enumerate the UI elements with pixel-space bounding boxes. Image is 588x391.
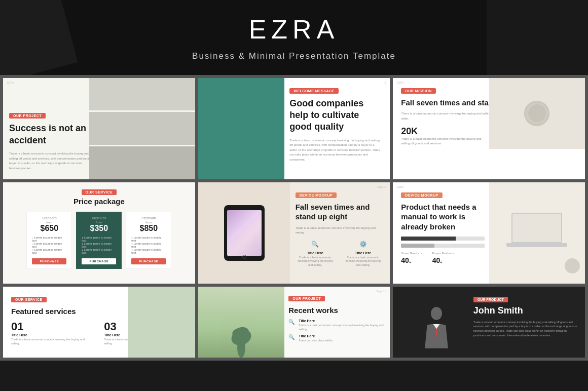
- slide-2-title: Good companies help to cultivate good qu…: [289, 98, 383, 133]
- slide-6-tag: DEVICE MOCKUP: [401, 192, 443, 198]
- price-card-premium-btn[interactable]: PURCHASE: [131, 258, 166, 264]
- slide-1-title: Success is not an accident: [9, 123, 90, 146]
- feature-2-title: Title Here: [343, 251, 383, 255]
- slide-9: OUR PRODUCT John Smith Trade is a basic …: [393, 287, 585, 358]
- slide-2-body: Trade is a basic economic concept involv…: [289, 138, 383, 163]
- price-feature: Lorem ipsum is simply text: [82, 236, 116, 242]
- slide-1-img-bot: [89, 146, 195, 179]
- slide-8: EZRA Page 11 OUR PROJECT Recent works 🔍 …: [198, 287, 390, 358]
- service-1-desc: Trade is a basic economic concept involv…: [11, 338, 94, 345]
- slide-4: OUR SERVICE Price package Standard from …: [3, 182, 195, 284]
- price-feature: Lorem ipsum is simply text: [32, 236, 66, 242]
- slide-9-tag: OUR PRODUCT: [473, 297, 508, 302]
- price-card-standard-btn[interactable]: PURCHASE: [32, 258, 66, 264]
- slide-6-content: DEVICE MOCKUP Product that needs a manua…: [393, 182, 493, 272]
- slide-6-stat-2-label: Export Products: [432, 252, 454, 255]
- slide-5-content: DEVICE MOCKUP Fall seven times and stand…: [288, 182, 390, 275]
- slide-1-img-mid: [89, 112, 195, 145]
- svg-point-4: [431, 307, 442, 320]
- price-card-featured-btn[interactable]: PURCHASE: [82, 258, 116, 264]
- search-icon-1: 🔍: [288, 319, 296, 326]
- service-1: 01 Title Here Trade is a basic economic …: [11, 320, 94, 345]
- laptop-base: [506, 243, 567, 247]
- slide-3-image: [489, 78, 585, 149]
- work-1-desc: Trade is a basic economic concept, conce…: [299, 324, 384, 331]
- price-feature: Lorem ipsum is simply text: [82, 248, 116, 254]
- app-title: EZRA: [10, 14, 578, 45]
- settings-icon: ⚙️: [358, 241, 368, 250]
- slide-3-tag: OUR MISSION: [401, 88, 436, 94]
- price-card-featured-features: Lorem ipsum is simply text Lorem ipsum i…: [82, 236, 116, 254]
- slide-9-content: OUR PRODUCT John Smith Trade is a basic …: [473, 294, 579, 338]
- search-icon: 🔍: [311, 241, 320, 250]
- slide-6-device: [489, 182, 585, 284]
- slide-5-tag: DEVICE MOCKUP: [296, 192, 337, 198]
- work-item-1: 🔍 Title Here Trade is a basic economic c…: [288, 319, 384, 331]
- laptop-mockup: [506, 213, 567, 253]
- price-card-premium-features: Lorem ipsum is simply text Lorem ipsum i…: [131, 236, 166, 254]
- slide-7-tag: OUR SERVICE: [11, 297, 47, 302]
- price-card-premium-name: Premium: [131, 216, 166, 220]
- slide-1-content: OUR PROJECT Success is not an accident T…: [9, 110, 90, 171]
- slide-3-stat-1-num: 20K: [401, 126, 484, 137]
- slide-1-images: [89, 78, 195, 179]
- service-1-num: 01: [11, 320, 94, 333]
- slide-9-body: Trade is a basic economic concept involv…: [473, 320, 579, 338]
- price-card-standard-features: Lorem ipsum is simply text Lorem ipsum i…: [32, 236, 66, 254]
- progress-row-2: [401, 244, 485, 248]
- price-card-standard-amount: $650: [32, 224, 66, 233]
- slide-5-body: Trade is a basic economic concept involv…: [296, 226, 383, 236]
- progress-bar-2-bg: [401, 244, 485, 248]
- tablet-mockup: [224, 205, 265, 261]
- price-feature: Lorem ipsum is simply text: [131, 248, 166, 254]
- slide-8-content: OUR PROJECT Recent works 🔍 Title Here Tr…: [282, 287, 390, 353]
- slide-2: EZRA 2 WELCOME MESSAGE Good companies he…: [198, 78, 390, 179]
- slide-1: EZRA Page 22 OUR PROJECT Success is not …: [3, 78, 195, 179]
- slide-4-inner: OUR SERVICE Price package Standard from …: [3, 182, 195, 284]
- feature-icon-1: 🔍 Title Here Trade is a basic economic c…: [296, 241, 335, 267]
- price-card-featured-amount: $350: [82, 224, 116, 233]
- laptop-screen: [511, 213, 562, 243]
- work-item-2: 🔍 Title Here Trade can also place within…: [288, 334, 384, 343]
- slide-4-tag: OUR SERVICE: [82, 189, 117, 195]
- price-feature: Lorem ipsum is simply text: [131, 242, 166, 248]
- slide-6-stat-2: Export Products 40.: [432, 252, 454, 264]
- slide-3-stat-1: 20K Trade is a basic economic concept in…: [401, 126, 484, 145]
- tablet-home-button: [242, 255, 246, 259]
- price-feature: Lorem ipsum is simply text: [82, 242, 116, 248]
- slide-2-tag: WELCOME MESSAGE: [289, 88, 339, 94]
- slide-6: EZRA Page 32 DEVICE MOCKUP Product that …: [393, 182, 585, 284]
- progress-bar-1-fill: [401, 237, 455, 241]
- price-feature: Lorem ipsum is simply text: [32, 248, 66, 254]
- slide-7: OUR SERVICE Featured services 01 Title H…: [3, 287, 195, 358]
- slide-5: EZRA Page 31 DEVICE MOCKUP Fall seven ti…: [198, 182, 390, 284]
- work-1-text: Title Here Trade is a basic economic con…: [299, 319, 384, 331]
- price-feature: Lorem ipsum is simply text: [32, 242, 66, 248]
- price-card-standard: Standard from $650 Lorem ipsum is simply…: [26, 212, 72, 269]
- slide-1-body: Trade is a basic economic concept involv…: [9, 151, 90, 171]
- slide-7-image: [128, 287, 195, 358]
- slide-6-meta: EZRA: [397, 185, 403, 188]
- slides-grid: EZRA Page 22 OUR PROJECT Success is not …: [0, 75, 588, 361]
- slide-8-image: [198, 287, 284, 358]
- slide-3: EZRA Page 3 OUR MISSION Fall seven times…: [393, 78, 585, 179]
- slide-9-name: John Smith: [473, 305, 579, 316]
- slide-6-stat-1-label: Smart Products: [401, 252, 422, 255]
- slide-6-progress: [401, 237, 485, 248]
- slide-6-stat-1-num: 40.: [401, 256, 422, 264]
- progress-bar-2-fill: [401, 244, 434, 248]
- work-2-text: Title Here Trade can also place within.: [299, 334, 333, 343]
- header: EZRA Business & Minimal Presentation Tem…: [0, 0, 588, 75]
- slide-1-img-top: [89, 78, 195, 111]
- search-icon-2: 🔍: [288, 334, 296, 341]
- slide-3-stat-1-label: Trade is a basic economic concept involv…: [401, 137, 484, 145]
- work-1-title: Title Here: [299, 319, 384, 323]
- slide-2-image: [198, 78, 284, 179]
- slide-5-features: 🔍 Title Here Trade is a basic economic c…: [296, 241, 383, 267]
- feature-icon-2: ⚙️ Title Here Trade is a basic economic …: [343, 241, 383, 267]
- price-card-featured-name: Business: [82, 216, 116, 220]
- price-card-featured: Business from $350 Lorem ipsum is simply…: [76, 212, 122, 269]
- tablet-screen: [227, 210, 262, 256]
- slide-1-tag: OUR PROJECT: [9, 113, 46, 119]
- app-subtitle: Business & Minimal Presentation Template: [10, 50, 578, 63]
